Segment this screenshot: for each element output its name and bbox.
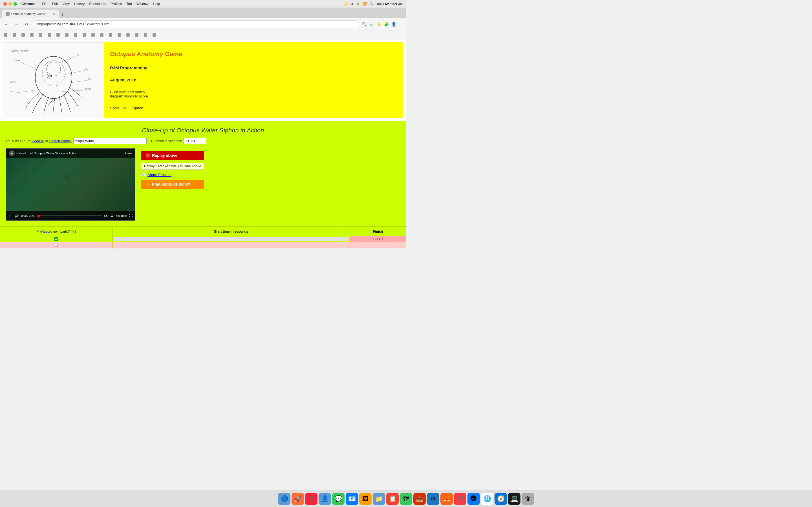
- play-audio-button[interactable]: 🔶 Play Audio as below: [141, 180, 204, 189]
- info-panel: Octopus Anatomy Game RJM Programming Aug…: [104, 42, 403, 118]
- bookmark-11[interactable]: [90, 32, 97, 38]
- youtube-button[interactable]: YouTube: [116, 214, 127, 217]
- active-tab[interactable]: Octopus Anatomy Game ✕: [2, 10, 59, 18]
- close-button[interactable]: [3, 2, 7, 6]
- profile-icon[interactable]: 👤: [391, 21, 396, 27]
- forward-button[interactable]: →: [12, 20, 20, 28]
- small-checkbox-cell[interactable]: [0, 242, 113, 248]
- game-date: August, 2018: [110, 77, 398, 82]
- bookmark-icon[interactable]: ⭐: [376, 21, 382, 27]
- menu-help[interactable]: Help: [153, 2, 160, 6]
- cc-button[interactable]: CC: [104, 214, 108, 217]
- siphon-label: Siphon (funnel): [11, 49, 29, 52]
- checkbox-cell[interactable]: [0, 236, 113, 242]
- bookmark-6[interactable]: [46, 32, 54, 38]
- bookmark-4[interactable]: [29, 32, 36, 38]
- svg-text:Gill: Gill: [10, 91, 13, 93]
- top-section: Siphon (funnel): [0, 40, 406, 121]
- bookmark-13[interactable]: [107, 32, 115, 38]
- bookmark-16[interactable]: [133, 32, 141, 38]
- volume-button[interactable]: 🔊: [15, 214, 19, 218]
- game-score: Score: 0/1 ... Siphon: [110, 106, 398, 110]
- progress-bar[interactable]: [37, 216, 102, 216]
- maximize-button[interactable]: [13, 2, 17, 6]
- svg-text:Mantle: Mantle: [15, 59, 20, 61]
- zoom-icon[interactable]: 🔍: [361, 21, 367, 27]
- video-id-link[interactable]: Video ID: [31, 139, 44, 143]
- bookmark-2[interactable]: [11, 32, 18, 38]
- section-heading: Close-Up of Octopus Water Siphon in Acti…: [6, 127, 400, 134]
- search-icon[interactable]: 🔍: [370, 2, 373, 6]
- bookmark-5[interactable]: [37, 32, 45, 38]
- svg-point-5: [48, 75, 50, 77]
- duration-input[interactable]: [184, 138, 206, 144]
- minimize-button[interactable]: [8, 2, 12, 6]
- menu-edit[interactable]: Edit: [52, 2, 58, 6]
- menu-history[interactable]: History: [74, 2, 85, 6]
- bookmark-17[interactable]: [142, 32, 150, 38]
- bookmark-1[interactable]: [2, 32, 10, 38]
- game-instructions: Click label and matchdiagram words to sc…: [110, 90, 398, 98]
- youtube-url-label: YouTube URL or Video ID or Search Words:: [6, 139, 71, 143]
- svg-text:Fin: Fin: [77, 54, 79, 56]
- extensions-icon[interactable]: 🧩: [384, 21, 389, 27]
- svg-point-21: [64, 175, 69, 179]
- menu-dots-icon[interactable]: ⋮: [398, 21, 404, 27]
- titlebar-right: 🌙 ⏯ 🔋 📶 🔍 Tue 4 Mar 9:21 am: [343, 2, 403, 6]
- menu-bar[interactable]: File Edit View History Bookmarks Profile…: [42, 2, 160, 6]
- address-input[interactable]: [33, 20, 359, 28]
- bookmark-9[interactable]: [72, 32, 80, 38]
- bookmark-8[interactable]: [63, 32, 71, 38]
- tabs-bar: Octopus Anatomy Game ✕ +: [0, 8, 406, 18]
- menu-profiles[interactable]: Profiles: [110, 2, 122, 6]
- video-player[interactable]: ▶ Close-Up of Octopus Water Siphon in Ac…: [6, 148, 135, 221]
- menu-window[interactable]: Window: [137, 2, 149, 6]
- bookmark-3[interactable]: [20, 32, 28, 38]
- finish-value: 19.061: [373, 237, 383, 241]
- menu-view[interactable]: View: [62, 2, 70, 6]
- time-display: 0:00 / 0:20: [21, 214, 35, 217]
- address-bar: ← → ↻ 🔍 🛡 ⭐ 🧩 👤 ⋮: [0, 18, 406, 31]
- bookmark-14[interactable]: [116, 32, 123, 38]
- progress-bar-outer[interactable]: [114, 237, 349, 241]
- menu-file[interactable]: File: [42, 2, 47, 6]
- replay-icon: 🔴: [146, 153, 150, 158]
- right-controls: 🔴 Replay above Replay Karaoke Style YouT…: [141, 148, 204, 189]
- record-link[interactable]: Record: [42, 230, 52, 233]
- menu-tab[interactable]: Tab: [126, 2, 132, 6]
- battery-icon: 🔋: [356, 2, 360, 6]
- search-words-link[interactable]: Search Words:: [49, 139, 71, 143]
- back-button[interactable]: ←: [2, 20, 10, 28]
- dark-mode-icon[interactable]: 🌙: [343, 2, 347, 6]
- bookmark-7[interactable]: [55, 32, 62, 38]
- bottom-bar: ✔ (Record own parts? 📎) Start time in se…: [0, 226, 406, 248]
- settings-button[interactable]: ⚙: [110, 214, 114, 218]
- pause-button[interactable]: ⏸: [8, 214, 12, 218]
- yt-logo: ▶: [9, 151, 15, 156]
- karaoke-tooltip-row: Replay Karaoke Style YouTube Above: [141, 163, 204, 170]
- share-email-label[interactable]: Share Email to: [147, 173, 171, 177]
- bookmark-15[interactable]: [124, 32, 132, 38]
- bookmark-12[interactable]: [98, 32, 106, 38]
- record-checkbox[interactable]: [54, 237, 58, 241]
- window-controls[interactable]: [3, 2, 17, 6]
- share-label[interactable]: Share: [124, 152, 132, 155]
- record-cell[interactable]: ✔ (Record own parts? 📎): [0, 227, 113, 236]
- youtube-url-input[interactable]: [73, 138, 147, 144]
- tab-close-button[interactable]: ✕: [52, 12, 55, 16]
- octopus-svg: Siphon (funnel): [8, 47, 99, 114]
- new-tab-button[interactable]: +: [61, 12, 64, 18]
- video-controls-bar: ⏸ 🔊 0:00 / 0:20 CC ⚙ YouTube ⛶: [6, 211, 135, 220]
- octopus-diagram: Siphon (funnel): [3, 42, 104, 118]
- game-author: RJM Programming: [110, 65, 398, 70]
- bookmark-18[interactable]: [151, 32, 158, 38]
- shield-icon: 🛡: [369, 21, 374, 27]
- fullscreen-button[interactable]: ⛶: [129, 214, 133, 218]
- bookmark-10[interactable]: [81, 32, 89, 38]
- small-checkbox[interactable]: [55, 244, 58, 247]
- replay-button[interactable]: 🔴 Replay above: [141, 151, 204, 160]
- reload-button[interactable]: ↻: [22, 20, 31, 28]
- menu-bookmarks[interactable]: Bookmarks: [89, 2, 106, 6]
- bottom-row-controls: 19.061: [0, 236, 406, 242]
- record-label: ✔ (Record own parts? 📎): [36, 230, 76, 233]
